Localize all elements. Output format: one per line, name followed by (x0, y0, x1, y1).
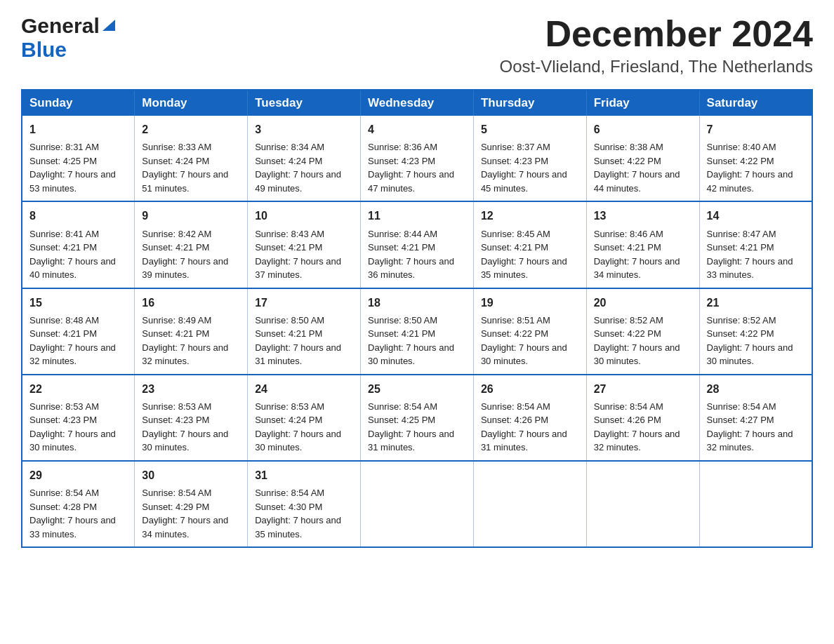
svg-marker-0 (102, 20, 115, 31)
header-tuesday: Tuesday (248, 90, 361, 116)
calendar-week-row: 29Sunrise: 8:54 AMSunset: 4:28 PMDayligh… (22, 461, 812, 547)
day-info: Sunrise: 8:52 AMSunset: 4:22 PMDaylight:… (707, 314, 805, 368)
day-info: Sunrise: 8:33 AMSunset: 4:24 PMDaylight:… (142, 140, 240, 195)
calendar-cell: 3Sunrise: 8:34 AMSunset: 4:24 PMDaylight… (248, 116, 361, 201)
calendar-cell: 12Sunrise: 8:45 AMSunset: 4:21 PMDayligh… (473, 201, 586, 288)
day-number: 19 (481, 295, 579, 311)
calendar-cell: 4Sunrise: 8:36 AMSunset: 4:23 PMDaylight… (361, 116, 474, 201)
day-info: Sunrise: 8:46 AMSunset: 4:21 PMDaylight:… (594, 227, 692, 282)
calendar-cell: 11Sunrise: 8:44 AMSunset: 4:21 PMDayligh… (361, 201, 474, 288)
day-info: Sunrise: 8:41 AMSunset: 4:21 PMDaylight:… (29, 227, 127, 282)
day-number: 9 (142, 208, 240, 224)
day-info: Sunrise: 8:53 AMSunset: 4:23 PMDaylight:… (142, 400, 240, 455)
day-number: 28 (707, 381, 805, 397)
calendar-cell: 8Sunrise: 8:41 AMSunset: 4:21 PMDaylight… (22, 201, 135, 288)
day-number: 13 (594, 208, 692, 224)
day-info: Sunrise: 8:50 AMSunset: 4:21 PMDaylight:… (368, 314, 466, 368)
day-number: 29 (29, 467, 127, 483)
day-number: 25 (368, 381, 466, 397)
day-number: 5 (481, 121, 579, 137)
header-sunday: Sunday (22, 90, 135, 116)
day-info: Sunrise: 8:53 AMSunset: 4:24 PMDaylight:… (255, 400, 353, 455)
calendar-cell (361, 461, 474, 547)
calendar-cell: 25Sunrise: 8:54 AMSunset: 4:25 PMDayligh… (361, 375, 474, 461)
calendar-cell (699, 461, 812, 547)
day-info: Sunrise: 8:54 AMSunset: 4:25 PMDaylight:… (368, 400, 466, 455)
day-number: 14 (707, 208, 805, 224)
calendar-cell: 13Sunrise: 8:46 AMSunset: 4:21 PMDayligh… (586, 201, 699, 288)
day-number: 10 (255, 208, 353, 224)
day-info: Sunrise: 8:45 AMSunset: 4:21 PMDaylight:… (481, 227, 579, 282)
day-info: Sunrise: 8:37 AMSunset: 4:23 PMDaylight:… (481, 140, 579, 195)
logo: General (21, 14, 117, 38)
calendar-table: SundayMondayTuesdayWednesdayThursdayFrid… (21, 89, 813, 548)
header-wednesday: Wednesday (361, 90, 474, 116)
day-info: Sunrise: 8:52 AMSunset: 4:22 PMDaylight:… (594, 314, 692, 368)
title-area: December 2024 Oost-Vlieland, Friesland, … (500, 14, 813, 76)
day-number: 18 (368, 295, 466, 311)
day-info: Sunrise: 8:42 AMSunset: 4:21 PMDaylight:… (142, 227, 240, 282)
page-header: General Blue December 2024 Oost-Vlieland… (21, 14, 813, 76)
calendar-week-row: 22Sunrise: 8:53 AMSunset: 4:23 PMDayligh… (22, 375, 812, 461)
day-number: 23 (142, 381, 240, 397)
calendar-cell: 15Sunrise: 8:48 AMSunset: 4:21 PMDayligh… (22, 288, 135, 375)
day-number: 27 (594, 381, 692, 397)
calendar-cell: 16Sunrise: 8:49 AMSunset: 4:21 PMDayligh… (135, 288, 248, 375)
day-number: 1 (29, 121, 127, 137)
day-info: Sunrise: 8:31 AMSunset: 4:25 PMDaylight:… (29, 140, 127, 195)
calendar-cell: 28Sunrise: 8:54 AMSunset: 4:27 PMDayligh… (699, 375, 812, 461)
day-info: Sunrise: 8:50 AMSunset: 4:21 PMDaylight:… (255, 314, 353, 368)
day-number: 16 (142, 295, 240, 311)
day-info: Sunrise: 8:44 AMSunset: 4:21 PMDaylight:… (368, 227, 466, 282)
calendar-cell: 10Sunrise: 8:43 AMSunset: 4:21 PMDayligh… (248, 201, 361, 288)
day-number: 11 (368, 208, 466, 224)
day-info: Sunrise: 8:51 AMSunset: 4:22 PMDaylight:… (481, 314, 579, 368)
calendar-cell: 19Sunrise: 8:51 AMSunset: 4:22 PMDayligh… (473, 288, 586, 375)
calendar-cell: 7Sunrise: 8:40 AMSunset: 4:22 PMDaylight… (699, 116, 812, 201)
location-subtitle: Oost-Vlieland, Friesland, The Netherland… (500, 57, 813, 76)
day-number: 15 (29, 295, 127, 311)
day-info: Sunrise: 8:54 AMSunset: 4:27 PMDaylight:… (707, 400, 805, 455)
calendar-cell: 9Sunrise: 8:42 AMSunset: 4:21 PMDaylight… (135, 201, 248, 288)
day-number: 31 (255, 467, 353, 483)
day-info: Sunrise: 8:34 AMSunset: 4:24 PMDaylight:… (255, 140, 353, 195)
day-number: 24 (255, 381, 353, 397)
calendar-cell: 30Sunrise: 8:54 AMSunset: 4:29 PMDayligh… (135, 461, 248, 547)
header-monday: Monday (135, 90, 248, 116)
calendar-cell: 1Sunrise: 8:31 AMSunset: 4:25 PMDaylight… (22, 116, 135, 201)
day-info: Sunrise: 8:54 AMSunset: 4:30 PMDaylight:… (255, 486, 353, 541)
logo-triangle-icon (101, 17, 117, 32)
day-info: Sunrise: 8:38 AMSunset: 4:22 PMDaylight:… (594, 140, 692, 195)
calendar-cell: 6Sunrise: 8:38 AMSunset: 4:22 PMDaylight… (586, 116, 699, 201)
day-number: 2 (142, 121, 240, 137)
day-number: 3 (255, 121, 353, 137)
calendar-cell: 21Sunrise: 8:52 AMSunset: 4:22 PMDayligh… (699, 288, 812, 375)
calendar-cell: 24Sunrise: 8:53 AMSunset: 4:24 PMDayligh… (248, 375, 361, 461)
day-number: 12 (481, 208, 579, 224)
day-number: 20 (594, 295, 692, 311)
day-info: Sunrise: 8:40 AMSunset: 4:22 PMDaylight:… (707, 140, 805, 195)
calendar-cell: 5Sunrise: 8:37 AMSunset: 4:23 PMDaylight… (473, 116, 586, 201)
day-info: Sunrise: 8:53 AMSunset: 4:23 PMDaylight:… (29, 400, 127, 455)
month-title: December 2024 (500, 14, 813, 54)
day-number: 22 (29, 381, 127, 397)
day-info: Sunrise: 8:36 AMSunset: 4:23 PMDaylight:… (368, 140, 466, 195)
day-info: Sunrise: 8:54 AMSunset: 4:29 PMDaylight:… (142, 486, 240, 541)
day-info: Sunrise: 8:43 AMSunset: 4:21 PMDaylight:… (255, 227, 353, 282)
calendar-week-row: 1Sunrise: 8:31 AMSunset: 4:25 PMDaylight… (22, 116, 812, 201)
day-info: Sunrise: 8:54 AMSunset: 4:28 PMDaylight:… (29, 486, 127, 541)
calendar-cell: 31Sunrise: 8:54 AMSunset: 4:30 PMDayligh… (248, 461, 361, 547)
calendar-cell: 17Sunrise: 8:50 AMSunset: 4:21 PMDayligh… (248, 288, 361, 375)
day-number: 17 (255, 295, 353, 311)
calendar-cell: 20Sunrise: 8:52 AMSunset: 4:22 PMDayligh… (586, 288, 699, 375)
calendar-week-row: 15Sunrise: 8:48 AMSunset: 4:21 PMDayligh… (22, 288, 812, 375)
calendar-cell: 26Sunrise: 8:54 AMSunset: 4:26 PMDayligh… (473, 375, 586, 461)
day-info: Sunrise: 8:54 AMSunset: 4:26 PMDaylight:… (594, 400, 692, 455)
logo-blue-text: Blue (21, 38, 67, 62)
day-number: 30 (142, 467, 240, 483)
day-info: Sunrise: 8:54 AMSunset: 4:26 PMDaylight:… (481, 400, 579, 455)
header-saturday: Saturday (699, 90, 812, 116)
calendar-header-row: SundayMondayTuesdayWednesdayThursdayFrid… (22, 90, 812, 116)
day-info: Sunrise: 8:47 AMSunset: 4:21 PMDaylight:… (707, 227, 805, 282)
day-number: 6 (594, 121, 692, 137)
